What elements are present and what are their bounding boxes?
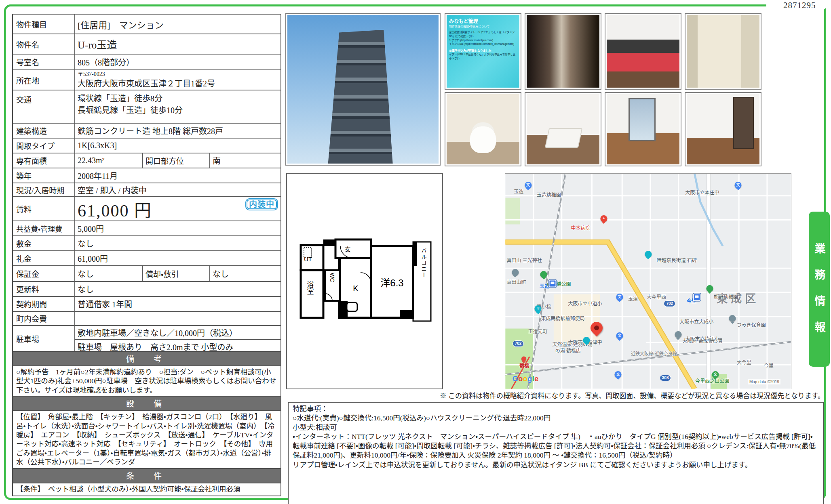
card-line: イタンジBB (https://itandibb.com/rent_list/m… bbox=[449, 42, 517, 46]
map-label: 大阪市立片江小 bbox=[685, 335, 719, 342]
row-value: 環状線「玉造」徒歩8分 長堀鶴見線「玉造」徒歩10分 bbox=[74, 90, 281, 123]
access-line2: 長堀鶴見線「玉造」徒歩10分 bbox=[78, 104, 183, 116]
table-row: 間取タイプ 1K[6.3xK3] bbox=[13, 138, 281, 153]
row-value-2: 南 bbox=[209, 153, 281, 168]
management-card: みなもと管理 物件情報の確認・申込みについて 空室確認は掲載サイト「リアプロ」も… bbox=[447, 15, 519, 88]
table-row: 更新料 なし bbox=[13, 281, 281, 296]
table-row: 専有面積 22.43m² 開口部方位 南 bbox=[13, 153, 281, 168]
conditions-text: 【条件】 ペット相談（小型犬のみ）・外国人契約可能・保証会社利用必須 bbox=[13, 483, 281, 496]
map-pin-icon bbox=[645, 251, 652, 258]
row-label: 建築構造 bbox=[13, 124, 74, 138]
row-value: 〒537-0023 大阪府大阪市東成区玉津２丁目1番2号 bbox=[74, 70, 281, 90]
map-label: の湯 鶴橋店 bbox=[555, 347, 581, 354]
plan-label-kitchen: K bbox=[353, 284, 359, 293]
map-pin-icon: 〒 bbox=[535, 306, 542, 313]
plan-label-bath: 浴室 bbox=[306, 281, 314, 295]
section-header-equipment: 設 備 bbox=[13, 396, 281, 410]
row-label: 契約期間 bbox=[13, 297, 74, 311]
doc-number: 2871295 bbox=[783, 0, 816, 10]
photo-toilet bbox=[445, 92, 521, 166]
map-label: 今里 bbox=[764, 362, 774, 369]
disclaimer-note: ※ この資料は物件の概略紹介資料になります。写真、間取図面、設備、概要などが現況… bbox=[440, 390, 825, 400]
map-pin-icon: 文 bbox=[615, 371, 622, 378]
table-row: 共益費・管理費 5,000円 bbox=[13, 220, 281, 235]
tab-business-info[interactable]: 業務情報 bbox=[809, 212, 830, 367]
table-row: 保証金 なし 償却・敷引 なし bbox=[13, 265, 281, 281]
renovation-badge: 内装中 bbox=[245, 198, 278, 210]
card-subtitle: 物件情報の確認・申込みについて bbox=[449, 24, 517, 28]
map-pin-icon bbox=[675, 332, 681, 338]
table-row-parking: 駐車場 敷地内駐車場／空きなし／10,000円（税込） 駐車場 屋根あり 高さ2… bbox=[13, 325, 281, 351]
map-pin-icon: 文 bbox=[525, 182, 532, 189]
map-label: 大今里西 bbox=[647, 293, 666, 300]
row-label: 更新料 bbox=[13, 282, 74, 296]
table-row: 物件名 U-ro玉造 bbox=[13, 34, 281, 54]
map-pin-icon bbox=[729, 315, 736, 322]
table-row: 礼金 61,000円 bbox=[13, 250, 281, 265]
map-pin-icon: 文 bbox=[616, 294, 623, 300]
row-value: 空室 / 即入 / 内装中 bbox=[74, 183, 281, 196]
map-label: 真田山 三光神社 bbox=[507, 256, 542, 263]
row-value: [住居用] マンション bbox=[74, 15, 281, 34]
card-title: みなもと管理 bbox=[449, 17, 517, 24]
row-value: なし bbox=[74, 282, 281, 296]
card-line: リアプロ (http://www.realnetpro.com/) bbox=[449, 38, 517, 42]
row-label-2: 開口部方位 bbox=[142, 153, 209, 168]
google-logo: Google bbox=[513, 375, 539, 383]
property-flyer-page: { "page": { "doc_number": "2871295", "ac… bbox=[0, 0, 831, 504]
photo-room-door bbox=[685, 92, 761, 166]
map-pin-icon bbox=[706, 285, 713, 292]
photo-building-exterior bbox=[285, 13, 441, 166]
train-station-icon bbox=[548, 279, 556, 287]
route-number-badge: 702 bbox=[664, 300, 675, 307]
row-value: なし bbox=[74, 266, 142, 281]
row-label: 賃料 bbox=[13, 197, 74, 220]
building-silhouette bbox=[327, 30, 396, 164]
table-row: 建築構造 鉄筋コンクリート造 地上8階 総戸数28戸 bbox=[13, 123, 281, 138]
map-label: 大今里 bbox=[737, 359, 751, 365]
row-label: 現況/入居時期 bbox=[13, 183, 74, 196]
photo-kitchen bbox=[605, 13, 681, 90]
floorplan-drawing: UT 浴室 WC 玄 K 洋6.3 バルコニー bbox=[287, 174, 442, 388]
plan-label-ut: UT bbox=[304, 256, 312, 262]
table-row-rent: 賃料 61,000 円 内装中 bbox=[13, 196, 281, 220]
map-label: 玉造 bbox=[514, 188, 523, 195]
table-row: 現況/入居時期 空室 / 即入 / 内装中 bbox=[13, 183, 281, 196]
floorplan-box: UT 浴室 WC 玄 K 洋6.3 バルコニー bbox=[286, 173, 443, 389]
map-label: 玉造元町 bbox=[528, 328, 548, 334]
row-label: 所在地 bbox=[13, 70, 74, 90]
map-label: 今里西之口公園 bbox=[695, 377, 729, 384]
train-station-icon bbox=[693, 294, 700, 301]
table-row: 町内会費 bbox=[13, 311, 281, 325]
row-value: 61,000円 bbox=[74, 251, 281, 265]
row-label: 敷金 bbox=[13, 236, 74, 250]
toilet bbox=[470, 126, 496, 153]
row-label: 礼金 bbox=[13, 251, 74, 265]
map-label: 大阪市立中道小 bbox=[568, 300, 602, 307]
map-label: 玉津 bbox=[628, 295, 638, 302]
location-map[interactable]: 玉造玉造幼稚園大阪市立本庄中中本病院真田山 三光神社暗越奈良街道 石碑玉造大阪市… bbox=[505, 173, 791, 389]
rent-amount: 61,000 円 bbox=[78, 197, 152, 221]
plan-label-wc: WC bbox=[329, 273, 335, 282]
row-label: 物件名 bbox=[13, 34, 74, 54]
plan-label-balcony: バルコニー bbox=[421, 248, 427, 278]
row-value: 1K[6.3xK3] bbox=[74, 139, 281, 153]
building-photo-art bbox=[287, 15, 439, 164]
map-label: 大阪市立大成小 bbox=[679, 318, 713, 325]
map-label: Map data ©2019 bbox=[748, 379, 780, 384]
map-pin-icon bbox=[512, 269, 519, 276]
row-value: 2008年11月 bbox=[74, 168, 281, 183]
map-label: 暗越奈良街道 石碑 bbox=[657, 256, 697, 263]
row-label: 物件種目 bbox=[13, 15, 74, 34]
equipment-text: 【位置】 角部屋・最上階 【キッチン】 給湯器・ガスコンロ（2口） 【水廻り】 … bbox=[13, 410, 281, 468]
map-pin-icon bbox=[540, 271, 547, 278]
row-value: 22.43m² bbox=[74, 153, 142, 168]
map-label: つみき保育園 bbox=[737, 321, 766, 328]
special-notes-box: 特記事項： ○水道代:(実費)○鍵交換代:16,500円(税込み)○ハウスクリー… bbox=[288, 402, 824, 504]
parking-line1: 敷地内駐車場／空きなし／10,000円（税込） bbox=[75, 326, 281, 339]
row-value bbox=[74, 312, 281, 325]
row-value: なし bbox=[74, 236, 281, 250]
row-value-2: なし bbox=[209, 266, 281, 281]
table-row: 所在地 〒537-0023 大阪府大阪市東成区玉津２丁目1番2号 bbox=[13, 69, 281, 90]
table-row: 築年 2008年11月 bbox=[13, 168, 281, 183]
